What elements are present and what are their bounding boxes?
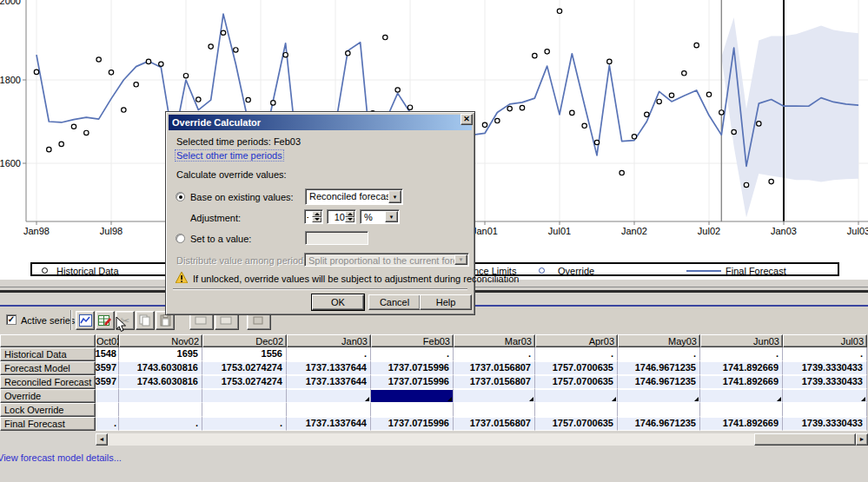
grid-cell[interactable]: 1746.9671235	[618, 375, 700, 389]
spinner-arrows-icon[interactable]	[312, 211, 321, 222]
grid-cell[interactable]: 1741.892669	[700, 361, 783, 375]
grid-cell[interactable]: 1737.0156807	[454, 361, 535, 375]
grid-row-header[interactable]: Forecast Model	[0, 361, 96, 375]
scrollbar-thumb[interactable]	[754, 433, 856, 446]
grid-cell[interactable]	[287, 403, 371, 417]
adjustment-amount-input[interactable]: 10	[327, 209, 356, 224]
grid-cell[interactable]: 1753.0274274	[202, 361, 287, 375]
grid-cell[interactable]	[783, 403, 867, 417]
grid-cell[interactable]: .	[287, 347, 371, 361]
grid-cell[interactable]: .	[202, 417, 287, 431]
grid-cell[interactable]: .	[119, 417, 202, 431]
grid-cell[interactable]: 1753.0274274	[202, 375, 287, 389]
grid-cell[interactable]: 73597	[96, 361, 119, 375]
grid-cell[interactable]: 1757.0700635	[535, 361, 618, 375]
grid-cell[interactable]: .	[96, 417, 119, 431]
grid-cell[interactable]: 1737.0156807	[454, 417, 535, 431]
grid-cell[interactable]	[618, 389, 700, 403]
base-value-combobox[interactable]: Reconciled forecast ▼	[305, 188, 403, 205]
scroll-left-button[interactable]: ◄	[96, 433, 108, 446]
grid-cell[interactable]: .	[783, 347, 867, 361]
grid-column-header[interactable]: Jul03	[783, 334, 867, 347]
adjustment-sign-spinner[interactable]: +	[304, 209, 323, 224]
grid-cell[interactable]: 1737.0715996	[371, 375, 454, 389]
grid-cell[interactable]: 1741.892669	[700, 417, 783, 431]
cancel-button[interactable]: Cancel	[368, 294, 421, 310]
grid-column-header[interactable]: Jun03	[700, 334, 783, 347]
grid-cell[interactable]: 1739.3330433	[783, 361, 867, 375]
base-on-existing-radio[interactable]	[176, 192, 185, 201]
grid-row-header[interactable]: Reconciled Forecast	[0, 375, 96, 389]
grid-cell[interactable]	[454, 403, 535, 417]
set-to-value-radio[interactable]	[176, 234, 185, 243]
grid-cell[interactable]: 1737.1337644	[287, 417, 371, 431]
grid-cell[interactable]: .	[535, 347, 618, 361]
ok-button[interactable]: OK	[312, 294, 364, 310]
active-series-checkbox[interactable]: ✓	[6, 314, 17, 325]
scroll-right-button[interactable]: ►	[856, 433, 868, 446]
view-forecast-model-details-link[interactable]: View forecast model details...	[0, 452, 122, 463]
grid-cell[interactable]: 1743.6030816	[119, 361, 202, 375]
adjustment-unit-combobox[interactable]: % ▼	[360, 209, 400, 224]
grid-cell[interactable]: 1737.1337644	[287, 375, 371, 389]
grid-cell[interactable]: 1739.3330433	[783, 375, 867, 389]
grid-cell[interactable]: 1746.9671235	[618, 417, 700, 431]
grid-cell[interactable]: 1743.6030816	[119, 375, 202, 389]
grid-cell[interactable]	[119, 389, 202, 403]
grid-horizontal-scrollbar[interactable]: ◄ ►	[96, 433, 868, 446]
grid-cell[interactable]: 1548	[96, 347, 119, 361]
grid-cell[interactable]: 1737.1337644	[287, 361, 371, 375]
grid-column-header[interactable]: Feb03	[371, 334, 454, 347]
grid-row-header[interactable]: Historical Data	[0, 347, 96, 361]
chevron-down-icon[interactable]: ▼	[385, 211, 398, 222]
grid-cell[interactable]	[535, 389, 618, 403]
dialog-titlebar[interactable]: Override Calculator	[169, 115, 472, 130]
grid-cell[interactable]: 1695	[119, 347, 202, 361]
grid-cell[interactable]	[700, 389, 783, 403]
select-other-time-periods-link[interactable]: Select other time periods	[175, 149, 284, 162]
graph-view-button[interactable]	[76, 311, 95, 330]
grid-cell[interactable]: 1757.0700635	[535, 417, 618, 431]
close-icon[interactable]: ✕	[461, 114, 473, 125]
set-to-value-input[interactable]	[305, 231, 368, 245]
grid-cell[interactable]	[618, 403, 700, 417]
grid-cell[interactable]: .	[700, 347, 783, 361]
grid-cell[interactable]: 73597	[96, 375, 119, 389]
grid-cell[interactable]: 1739.3330433	[783, 417, 867, 431]
spinner-arrows-icon[interactable]	[345, 211, 354, 222]
grid-cell[interactable]	[96, 403, 119, 417]
grid-cell[interactable]	[202, 403, 287, 417]
grid-cell[interactable]	[119, 403, 202, 417]
grid-cell[interactable]	[700, 403, 783, 417]
edit-overrides-button[interactable]	[96, 311, 115, 330]
grid-column-header[interactable]: Dec02	[202, 334, 287, 347]
grid-cell[interactable]	[454, 389, 535, 403]
grid-column-header[interactable]: Mar03	[454, 334, 535, 347]
grid-row-header[interactable]: Lock Override	[0, 403, 96, 417]
grid-cell[interactable]: .	[371, 347, 454, 361]
grid-cell[interactable]	[371, 389, 454, 403]
help-button[interactable]: Help	[420, 294, 472, 310]
grid-column-header[interactable]: Jan03	[287, 334, 371, 347]
grid-cell[interactable]	[287, 389, 371, 403]
grid-cell[interactable]: 1757.0700635	[535, 375, 618, 389]
copy-button[interactable]	[136, 311, 155, 330]
grid-cell[interactable]	[535, 403, 618, 417]
grid-row-header[interactable]: Override	[0, 389, 96, 403]
grid-cell[interactable]	[371, 403, 454, 417]
grid-cell[interactable]: 1737.0156807	[454, 375, 535, 389]
grid-cell[interactable]	[783, 389, 867, 403]
grid-cell[interactable]: 1556	[202, 347, 287, 361]
grid-cell[interactable]: 1741.892669	[700, 375, 783, 389]
grid-cell[interactable]: 1737.0715996	[371, 361, 454, 375]
grid-cell[interactable]: .	[618, 347, 700, 361]
grid-cell[interactable]: 1737.0715996	[371, 417, 454, 431]
grid-column-header[interactable]: May03	[618, 334, 700, 347]
grid-column-header[interactable]: Oct02	[96, 334, 119, 347]
grid-cell[interactable]: 1746.9671235	[618, 361, 700, 375]
grid-cell[interactable]	[96, 389, 119, 403]
grid-row-header[interactable]: Final Forecast	[0, 417, 96, 431]
grid-cell[interactable]	[202, 389, 287, 403]
grid-column-header[interactable]: Apr03	[535, 334, 618, 347]
chevron-down-icon[interactable]: ▼	[388, 190, 401, 203]
